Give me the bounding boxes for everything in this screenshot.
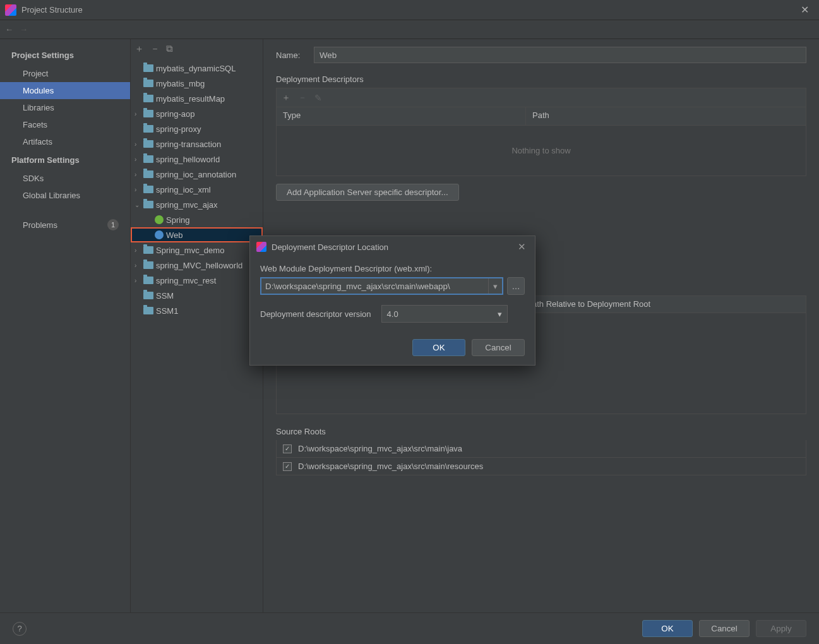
descriptors-table-empty: Nothing to show: [277, 125, 806, 176]
tree-item-spring-mvc-demo[interactable]: ›Spring_mvc_demo: [131, 242, 263, 258]
tree-item-label: spring_mvc_ajax: [156, 200, 218, 210]
add-server-descriptor-button[interactable]: Add Application Server specific descript…: [276, 184, 459, 201]
remove-icon[interactable]: －: [150, 43, 160, 55]
sidebar-item-facets[interactable]: Facets: [0, 116, 130, 133]
descriptor-path-combo[interactable]: ▾: [260, 277, 503, 295]
sidebar-item-artifacts[interactable]: Artifacts: [0, 133, 130, 150]
descriptors-table: ＋ － ✎ Type Path Nothing to show: [276, 88, 806, 176]
app-icon: [5, 4, 16, 16]
tree-item-label: spring_mvc_rest: [156, 276, 216, 285]
copy-icon[interactable]: ⧉: [166, 43, 173, 54]
chevron-right-icon[interactable]: ›: [135, 171, 143, 178]
descriptor-path-input[interactable]: [261, 278, 488, 294]
chevron-right-icon[interactable]: ›: [135, 262, 143, 269]
chevron-right-icon[interactable]: ›: [135, 277, 143, 284]
apply-button[interactable]: Apply: [756, 620, 806, 637]
folder-icon: [143, 292, 153, 299]
folder-icon: [143, 186, 153, 193]
sidebar-item-modules[interactable]: Modules: [0, 82, 130, 99]
folder-icon: [143, 140, 153, 148]
chevron-right-icon[interactable]: ›: [135, 247, 143, 254]
sidebar-item-sdks[interactable]: SDKs: [0, 170, 130, 187]
folder-icon: [143, 110, 153, 117]
help-icon[interactable]: ?: [13, 622, 27, 636]
modal-cancel-button[interactable]: Cancel: [472, 339, 525, 356]
web-icon: [155, 230, 164, 239]
titlebar: Project Structure ✕: [0, 0, 819, 20]
chevron-right-icon[interactable]: ›: [135, 110, 143, 117]
remove-descriptor-icon[interactable]: －: [298, 92, 307, 104]
dropdown-icon[interactable]: ▾: [488, 278, 502, 294]
modal-close-icon[interactable]: ✕: [515, 241, 529, 253]
source-root-row[interactable]: ✓ D:\workspace\spring_mvc_ajax\src\main\…: [276, 458, 806, 475]
name-input[interactable]: [314, 47, 806, 63]
add-icon[interactable]: ＋: [135, 43, 144, 55]
version-select[interactable]: 4.0 ▾: [381, 305, 508, 323]
tree-item-spring-helloworld[interactable]: ›spring_helloworld: [131, 152, 263, 167]
section-title-platform-settings: Platform Settings: [0, 150, 130, 170]
tree-item-label: SSM1: [156, 306, 178, 316]
tree-item-spring-mvc-ajax[interactable]: ⌄spring_mvc_ajax: [131, 197, 263, 212]
modal-body: Web Module Deployment Descriptor (web.xm…: [250, 258, 535, 330]
close-icon[interactable]: ✕: [796, 4, 814, 16]
modal-ok-button[interactable]: OK: [412, 339, 465, 356]
checkbox-icon[interactable]: ✓: [283, 462, 292, 471]
chevron-down-icon[interactable]: ⌄: [135, 201, 143, 208]
deployment-descriptors-title: Deployment Descriptors: [276, 75, 806, 84]
sidebar-item-libraries[interactable]: Libraries: [0, 99, 130, 116]
folder-icon: [143, 125, 153, 133]
folder-icon: [143, 95, 153, 102]
tree-item-spring-proxy[interactable]: spring-proxy: [131, 121, 263, 136]
name-label: Name:: [276, 51, 314, 60]
tree-item-ssm1[interactable]: SSM1: [131, 303, 263, 318]
source-roots-title: Source Roots: [276, 427, 806, 436]
sidebar-item-problems[interactable]: Problems 1: [0, 215, 130, 234]
edit-descriptor-icon[interactable]: ✎: [314, 93, 322, 103]
ok-button[interactable]: OK: [642, 620, 693, 637]
forward-arrow-icon[interactable]: →: [20, 25, 28, 34]
browse-button[interactable]: …: [507, 277, 525, 295]
folder-icon: [143, 307, 153, 314]
tree-item-spring[interactable]: Spring: [131, 212, 263, 227]
source-root-row[interactable]: ✓ D:\workspace\spring_mvc_ajax\src\main\…: [276, 440, 806, 458]
tree-item-label: Spring_mvc_demo: [156, 246, 224, 255]
chevron-right-icon[interactable]: ›: [135, 141, 143, 148]
version-row: Deployment descriptor version 4.0 ▾: [260, 305, 525, 323]
tree-item-mybatis-mbg[interactable]: mybatis_mbg: [131, 76, 263, 91]
modal-titlebar: Deployment Descriptor Location ✕: [250, 236, 535, 258]
chevron-right-icon[interactable]: ›: [135, 156, 143, 163]
tree-item-label: spring-proxy: [156, 124, 201, 134]
tree-item-mybatis-dynamicsql[interactable]: mybatis_dynamicSQL: [131, 61, 263, 76]
settings-sidebar: Project Settings Project Modules Librari…: [0, 39, 131, 612]
module-tree[interactable]: mybatis_dynamicSQLmybatis_mbgmybatis_res…: [131, 58, 263, 612]
tree-item-spring-transaction[interactable]: ›spring-transaction: [131, 136, 263, 152]
sidebar-item-project[interactable]: Project: [0, 65, 130, 82]
tree-item-label: spring_MVC_helloworld: [156, 261, 242, 270]
tree-item-spring-ioc-annotation[interactable]: ›spring_ioc_annotation: [131, 167, 263, 182]
folder-icon: [143, 80, 153, 87]
chevron-down-icon: ▾: [498, 309, 502, 319]
back-arrow-icon[interactable]: ←: [5, 25, 13, 34]
add-descriptor-icon[interactable]: ＋: [282, 92, 290, 104]
source-root-path: D:\workspace\spring_mvc_ajax\src\main\ja…: [298, 444, 462, 453]
modal-footer: OK Cancel: [250, 330, 535, 365]
descriptors-table-header: Type Path: [277, 107, 806, 125]
cancel-button[interactable]: Cancel: [699, 620, 750, 637]
col-path-relative: ath Relative to Deployment Root: [526, 296, 657, 313]
tree-item-web[interactable]: Web: [131, 227, 263, 242]
tree-item-spring-mvc-helloworld[interactable]: ›spring_MVC_helloworld: [131, 258, 263, 273]
source-root-path: D:\workspace\spring_mvc_ajax\src\main\re…: [298, 462, 483, 471]
tree-item-spring-aop[interactable]: ›spring-aop: [131, 106, 263, 121]
chevron-right-icon[interactable]: ›: [135, 186, 143, 193]
app-icon: [256, 242, 266, 252]
tree-item-spring-mvc-rest[interactable]: ›spring_mvc_rest: [131, 273, 263, 288]
tree-item-mybatis-resultmap[interactable]: mybatis_resultMap: [131, 91, 263, 106]
section-title-project-settings: Project Settings: [0, 45, 130, 65]
checkbox-icon[interactable]: ✓: [283, 444, 292, 453]
tree-item-spring-ioc-xml[interactable]: ›spring_ioc_xml: [131, 182, 263, 197]
sidebar-item-global-libraries[interactable]: Global Libraries: [0, 187, 130, 204]
descriptor-path-label: Web Module Deployment Descriptor (web.xm…: [260, 264, 525, 273]
col-type: Type: [277, 107, 526, 125]
tree-item-ssm[interactable]: SSM: [131, 288, 263, 303]
tree-item-label: spring_ioc_xml: [156, 185, 211, 194]
